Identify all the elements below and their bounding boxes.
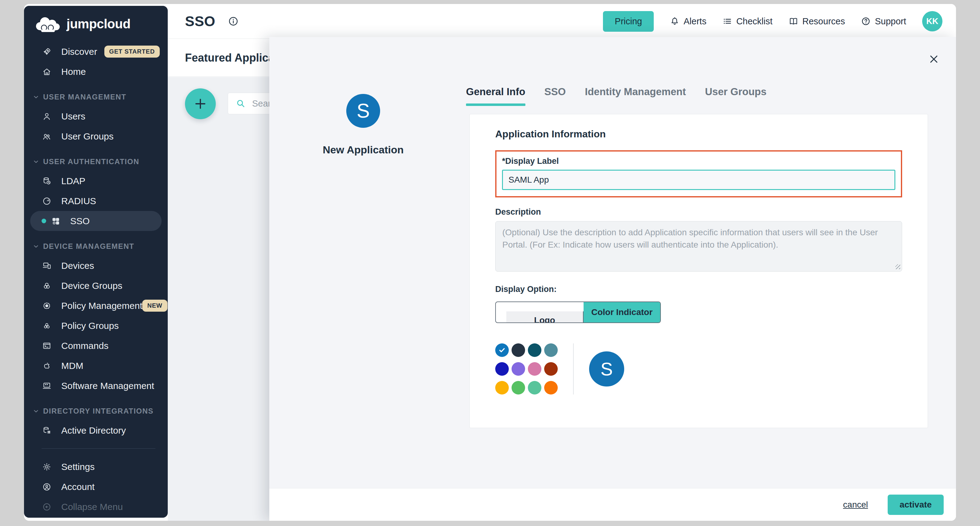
database-clock-icon bbox=[41, 176, 52, 186]
display-label-label: *Display Label bbox=[502, 156, 896, 166]
color-swatch[interactable] bbox=[495, 381, 509, 394]
sidebar-item-user-groups[interactable]: User Groups bbox=[24, 126, 168, 146]
color-swatch[interactable] bbox=[528, 343, 541, 357]
info-icon[interactable] bbox=[228, 16, 239, 27]
color-swatch[interactable] bbox=[528, 381, 541, 394]
terminal-icon bbox=[41, 341, 52, 351]
color-swatch[interactable] bbox=[544, 362, 558, 376]
section-device-management[interactable]: DEVICE MANAGEMENT bbox=[24, 237, 168, 256]
sidebar-item-label: Home bbox=[61, 67, 86, 77]
sidebar-item-mdm[interactable]: MDM bbox=[24, 356, 168, 376]
pricing-button[interactable]: Pricing bbox=[603, 11, 654, 32]
color-indicator-option[interactable]: Color Indicator bbox=[584, 302, 660, 322]
sidebar-item-account[interactable]: Account bbox=[24, 477, 168, 497]
account-circle-icon bbox=[41, 481, 52, 492]
tab-identity-management[interactable]: Identity Management bbox=[585, 86, 686, 106]
tab-user-groups[interactable]: User Groups bbox=[705, 86, 767, 106]
description-textarea[interactable] bbox=[495, 221, 902, 272]
new-application-modal: S New Application General Info SSO Ident… bbox=[269, 37, 956, 521]
jumpcloud-cloud-icon bbox=[35, 16, 62, 32]
modal-footer: cancel activate bbox=[269, 488, 956, 521]
search-icon bbox=[235, 98, 246, 109]
header-actions: Pricing Alerts bbox=[603, 11, 942, 32]
display-label-input[interactable] bbox=[502, 170, 896, 190]
chevron-down-icon bbox=[33, 158, 40, 165]
chevron-down-icon bbox=[33, 94, 40, 100]
rocket-icon bbox=[41, 46, 52, 57]
venn-circles-icon bbox=[41, 281, 52, 291]
support-button[interactable]: Support bbox=[861, 16, 906, 27]
resources-button[interactable]: Resources bbox=[789, 16, 845, 27]
color-swatch[interactable] bbox=[528, 362, 541, 376]
section-user-authentication[interactable]: USER AUTHENTICATION bbox=[24, 153, 168, 171]
section-user-management[interactable]: USER MANAGEMENT bbox=[24, 88, 168, 106]
section-label: USER MANAGEMENT bbox=[43, 93, 127, 101]
tab-sso[interactable]: SSO bbox=[544, 86, 566, 106]
description-field-wrap bbox=[495, 221, 902, 272]
database-windows-icon bbox=[41, 425, 52, 436]
sidebar-item-home[interactable]: Home bbox=[24, 62, 168, 81]
sidebar-item-users[interactable]: Users bbox=[24, 106, 168, 126]
sidebar-item-active-directory[interactable]: Active Directory bbox=[24, 420, 168, 440]
color-swatch[interactable] bbox=[544, 381, 558, 394]
check-icon bbox=[498, 346, 506, 354]
radar-icon bbox=[41, 196, 52, 206]
users-group-icon bbox=[41, 131, 52, 142]
alerts-button[interactable]: Alerts bbox=[670, 16, 706, 27]
resize-handle[interactable] bbox=[896, 264, 900, 269]
section-directory-integrations[interactable]: DIRECTORY INTEGRATIONS bbox=[24, 402, 168, 420]
sidebar-item-collapse-menu[interactable]: Collapse Menu bbox=[24, 497, 168, 517]
sidebar-item-sso[interactable]: SSO bbox=[30, 211, 162, 231]
sidebar-nav: Discover GET STARTED Home USER MAN bbox=[24, 41, 168, 517]
section-label: DEVICE MANAGEMENT bbox=[43, 242, 134, 251]
resources-label: Resources bbox=[802, 16, 845, 27]
app-window: jumpcloud Discover GET STARTED bbox=[24, 4, 956, 521]
tab-general-info[interactable]: General Info bbox=[466, 86, 525, 106]
close-icon bbox=[928, 53, 940, 65]
color-swatch-selected[interactable] bbox=[495, 343, 509, 357]
alerts-label: Alerts bbox=[684, 16, 706, 27]
sidebar-item-label: Device Groups bbox=[61, 281, 122, 291]
sidebar-item-software-management[interactable]: Software Management bbox=[24, 376, 168, 396]
policy-seal-icon bbox=[41, 301, 52, 311]
color-swatch[interactable] bbox=[512, 381, 525, 394]
description-label: Description bbox=[495, 207, 902, 217]
sidebar-item-label: LDAP bbox=[61, 176, 85, 186]
section-label: DIRECTORY INTEGRATIONS bbox=[43, 407, 154, 416]
sidebar-item-device-groups[interactable]: Device Groups bbox=[24, 276, 168, 296]
add-application-button[interactable] bbox=[185, 88, 216, 119]
color-swatch[interactable] bbox=[512, 362, 525, 376]
color-swatch[interactable] bbox=[544, 343, 558, 357]
sidebar-item-label: User Groups bbox=[61, 131, 114, 142]
jumpcloud-logo[interactable]: jumpcloud bbox=[35, 15, 168, 33]
sidebar-item-label: Users bbox=[61, 111, 85, 122]
application-identity: S New Application bbox=[269, 94, 457, 156]
color-swatches bbox=[495, 343, 558, 394]
color-swatch[interactable] bbox=[512, 343, 525, 357]
cancel-button[interactable]: cancel bbox=[843, 500, 868, 510]
section-label: USER AUTHENTICATION bbox=[43, 157, 139, 166]
bell-icon bbox=[670, 16, 679, 26]
close-button[interactable] bbox=[926, 52, 941, 67]
sidebar-item-policy-management[interactable]: Policy Management NEW bbox=[24, 296, 168, 316]
sidebar-item-devices[interactable]: Devices bbox=[24, 256, 168, 276]
user-icon bbox=[41, 111, 52, 122]
display-option-toggle: Logo Color Indicator bbox=[495, 301, 661, 323]
sidebar-item-discover[interactable]: Discover GET STARTED bbox=[24, 41, 168, 62]
sidebar-item-ldap[interactable]: LDAP bbox=[24, 171, 168, 191]
checklist-button[interactable]: Checklist bbox=[722, 16, 773, 27]
sidebar-item-radius[interactable]: RADIUS bbox=[24, 191, 168, 211]
sidebar-item-commands[interactable]: Commands bbox=[24, 336, 168, 356]
sidebar-item-policy-groups[interactable]: Policy Groups bbox=[24, 316, 168, 336]
book-icon bbox=[789, 16, 799, 26]
user-avatar[interactable]: KK bbox=[922, 11, 942, 32]
logo-wordmark: jumpcloud bbox=[67, 17, 130, 32]
sidebar-item-settings[interactable]: Settings bbox=[24, 457, 168, 477]
sidebar-item-label: RADIUS bbox=[61, 196, 96, 206]
sidebar: jumpcloud Discover GET STARTED bbox=[24, 6, 168, 518]
display-option-label: Display Option: bbox=[495, 285, 902, 294]
color-swatch[interactable] bbox=[495, 362, 509, 376]
activate-button[interactable]: activate bbox=[888, 494, 944, 515]
home-icon bbox=[41, 67, 52, 77]
logo-option[interactable]: Logo bbox=[506, 311, 584, 323]
